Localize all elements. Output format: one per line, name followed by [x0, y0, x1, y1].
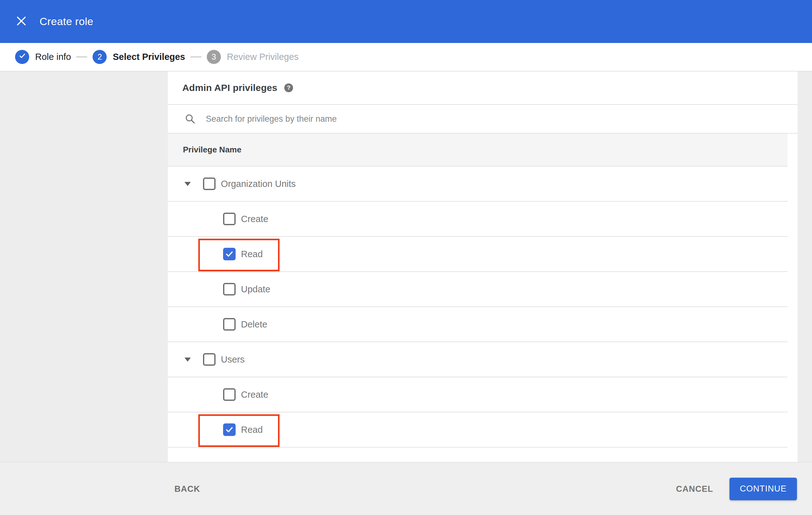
privilege-label: Read [241, 249, 263, 260]
app-bar: Create role [0, 0, 812, 43]
table-row: Read [168, 237, 787, 272]
check-icon [19, 52, 26, 62]
privilege-label: Update [241, 284, 270, 295]
step-review-privileges[interactable]: 3 Review Privileges [207, 50, 299, 64]
back-button[interactable]: BACK [174, 484, 200, 494]
page-title: Create role [39, 16, 93, 28]
table-row: Users [168, 342, 787, 377]
help-icon[interactable]: ? [284, 84, 293, 92]
step-2-circle: 2 [92, 50, 107, 64]
privilege-checkbox[interactable] [223, 423, 236, 436]
close-button[interactable] [14, 15, 28, 29]
panel-heading-row: Admin API privileges ? [168, 71, 798, 105]
table-row: Read [168, 413, 787, 448]
step-role-info[interactable]: Role info [15, 50, 71, 64]
privilege-checkbox[interactable] [223, 213, 236, 225]
step-2-number: 2 [97, 52, 102, 62]
table-header: Privilege Name [168, 133, 787, 166]
privilege-label: Create [241, 390, 268, 400]
privilege-label: Read [241, 425, 263, 435]
table-row: Update [168, 272, 787, 307]
step-1-label: Role info [35, 52, 71, 62]
privilege-checkbox[interactable] [203, 353, 215, 366]
close-icon [16, 16, 26, 27]
table-row: Organization Units [168, 166, 787, 202]
privilege-checkbox[interactable] [223, 283, 236, 296]
privileges-panel: Admin API privileges ? Privilege Name Or… [168, 71, 798, 462]
table-row: Create [168, 377, 787, 413]
continue-button[interactable]: CONTINUE [729, 478, 797, 500]
privilege-label: Organization Units [221, 179, 296, 189]
expand-triangle-icon[interactable] [184, 182, 191, 186]
privilege-checkbox[interactable] [223, 388, 236, 401]
privilege-checkbox[interactable] [223, 248, 236, 260]
step-3-label: Review Privileges [227, 52, 299, 62]
step-connector [191, 57, 201, 57]
privilege-table-body: Organization Units Create Read [168, 166, 787, 448]
privilege-checkbox[interactable] [203, 178, 215, 190]
search-bar [168, 105, 798, 133]
checkmark-icon [225, 425, 234, 434]
privilege-label: Delete [241, 319, 267, 330]
checkmark-icon [225, 250, 234, 259]
column-header-privilege-name: Privilege Name [183, 145, 241, 155]
step-3-number: 3 [211, 52, 216, 62]
step-1-circle [15, 50, 29, 64]
annotation-highlight [198, 239, 280, 271]
cancel-button[interactable]: CANCEL [676, 484, 714, 494]
step-connector [76, 57, 87, 57]
table-row: Delete [168, 307, 787, 342]
wizard-footer: BACK CANCEL CONTINUE [0, 462, 812, 515]
step-2-label: Select Privileges [113, 52, 185, 62]
table-row: Create [168, 202, 787, 237]
annotation-highlight [198, 414, 280, 447]
privilege-checkbox[interactable] [223, 318, 236, 331]
section-title: Admin API privileges [182, 83, 278, 93]
search-input[interactable] [206, 114, 645, 124]
privilege-label: Create [241, 214, 268, 224]
step-select-privileges[interactable]: 2 Select Privileges [92, 50, 185, 64]
privilege-label: Users [221, 355, 245, 365]
search-icon [184, 113, 196, 124]
wizard-stepper: Role info 2 Select Privileges 3 Review P… [0, 43, 812, 71]
expand-triangle-icon[interactable] [184, 358, 191, 362]
step-3-circle: 3 [207, 50, 221, 64]
